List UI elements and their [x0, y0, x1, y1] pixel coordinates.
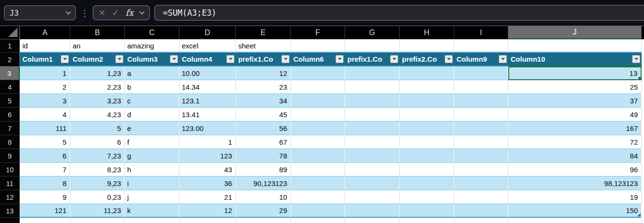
cell-B2[interactable]: Column2 — [70, 53, 125, 66]
cell-F9[interactable] — [291, 149, 345, 163]
row-header-14[interactable]: 14 — [0, 218, 20, 223]
cell-G14[interactable] — [345, 218, 400, 223]
cell-I2[interactable]: Column9 — [454, 53, 508, 66]
cell-G7[interactable] — [345, 121, 400, 135]
cell-I6[interactable] — [454, 108, 508, 121]
cell-A9[interactable]: 6 — [20, 149, 70, 163]
cell-C9[interactable]: g — [125, 149, 179, 163]
cell-H8[interactable] — [400, 135, 454, 149]
cell-D14[interactable] — [179, 218, 236, 223]
row-header-3[interactable]: 3 — [0, 66, 20, 80]
cell-F2[interactable]: Column6 — [291, 53, 345, 66]
cell-I4[interactable] — [454, 80, 508, 94]
cell-J1[interactable] — [508, 39, 642, 53]
cell-E3[interactable]: 12 — [236, 66, 291, 80]
cell-D7[interactable]: 123.00 — [179, 121, 236, 135]
cell-F5[interactable] — [291, 94, 345, 108]
cell-D11[interactable]: 36 — [179, 177, 236, 190]
cancel-icon[interactable]: ✕ — [99, 9, 105, 17]
cell-G3[interactable] — [345, 66, 400, 80]
filter-button-4[interactable] — [226, 55, 234, 63]
column-header-C[interactable]: C — [125, 26, 179, 39]
cell-H2[interactable]: prefix2.Co — [400, 53, 454, 66]
cell-A8[interactable]: 5 — [20, 135, 70, 149]
cell-C1[interactable]: amazing — [125, 39, 179, 53]
cell-H10[interactable] — [400, 163, 454, 177]
cell-D3[interactable]: 10.00 — [179, 66, 236, 80]
row-header-12[interactable]: 12 — [0, 190, 20, 204]
cell-F11[interactable] — [291, 177, 345, 190]
select-all-corner[interactable] — [0, 26, 20, 39]
cell-A5[interactable]: 3 — [20, 94, 70, 108]
cell-G1[interactable] — [345, 39, 400, 53]
cell-J2[interactable]: Column10 — [508, 53, 642, 66]
cell-J5[interactable]: 37 — [508, 94, 642, 108]
cell-E4[interactable]: 23 — [236, 80, 291, 94]
cell-A1[interactable]: id — [20, 39, 70, 53]
cell-H14[interactable] — [400, 218, 454, 223]
cell-G8[interactable] — [345, 135, 400, 149]
filter-button-10[interactable] — [632, 55, 640, 63]
cell-G13[interactable] — [345, 204, 400, 218]
cell-B1[interactable]: an — [70, 39, 125, 53]
cell-C7[interactable]: e — [125, 121, 179, 135]
cell-D5[interactable]: 123.1 — [179, 94, 236, 108]
cell-A2[interactable]: Column1 — [20, 53, 70, 66]
cell-D2[interactable]: Column4 — [179, 53, 236, 66]
cell-H1[interactable] — [400, 39, 454, 53]
cell-E1[interactable]: sheet — [236, 39, 291, 53]
cell-B5[interactable]: 3,23 — [70, 94, 125, 108]
cell-B7[interactable]: 5 — [70, 121, 125, 135]
cell-J14[interactable] — [508, 218, 642, 223]
cell-C12[interactable]: j — [125, 190, 179, 204]
cell-G9[interactable] — [345, 149, 400, 163]
cell-J8[interactable]: 72 — [508, 135, 642, 149]
column-header-A[interactable]: A — [20, 26, 70, 39]
column-header-F[interactable]: F — [291, 26, 345, 39]
cell-H6[interactable] — [400, 108, 454, 121]
cell-D12[interactable]: 21 — [179, 190, 236, 204]
chevron-down-icon[interactable] — [65, 9, 71, 14]
cell-C2[interactable]: Column3 — [125, 53, 179, 66]
cell-J9[interactable]: 84 — [508, 149, 642, 163]
filter-button-9[interactable] — [499, 55, 507, 63]
row-header-2[interactable]: 2 — [0, 53, 20, 66]
cell-D6[interactable]: 13.41 — [179, 108, 236, 121]
cell-C4[interactable]: b — [125, 80, 179, 94]
cell-H13[interactable] — [400, 204, 454, 218]
cell-I3[interactable] — [454, 66, 508, 80]
cell-C13[interactable]: k — [125, 204, 179, 218]
column-header-G[interactable]: G — [345, 26, 400, 39]
cell-J12[interactable]: 19 — [508, 190, 642, 204]
cell-E5[interactable]: 34 — [236, 94, 291, 108]
filter-button-5[interactable] — [281, 55, 289, 63]
cell-C6[interactable]: d — [125, 108, 179, 121]
filter-button-2[interactable] — [115, 55, 123, 63]
cell-B9[interactable]: 7,23 — [70, 149, 125, 163]
filter-button-1[interactable] — [61, 55, 69, 63]
filter-button-3[interactable] — [170, 55, 178, 63]
cell-A12[interactable]: 9 — [20, 190, 70, 204]
cell-J13[interactable]: 150 — [508, 204, 642, 218]
row-header-4[interactable]: 4 — [0, 80, 20, 94]
cell-E6[interactable]: 45 — [236, 108, 291, 121]
cell-D4[interactable]: 14.34 — [179, 80, 236, 94]
cell-A13[interactable]: 121 — [20, 204, 70, 218]
cell-B11[interactable]: 9,23 — [70, 177, 125, 190]
row-header-1[interactable]: 1 — [0, 39, 20, 53]
cell-I12[interactable] — [454, 190, 508, 204]
cell-F3[interactable] — [291, 66, 345, 80]
row-header-5[interactable]: 5 — [0, 94, 20, 108]
cell-C5[interactable]: c — [125, 94, 179, 108]
cell-I10[interactable] — [454, 163, 508, 177]
cell-I13[interactable] — [454, 204, 508, 218]
cell-C11[interactable]: i — [125, 177, 179, 190]
cell-F13[interactable] — [291, 204, 345, 218]
cell-G10[interactable] — [345, 163, 400, 177]
cell-B14[interactable] — [70, 218, 125, 223]
cell-E9[interactable]: 78 — [236, 149, 291, 163]
cell-A6[interactable]: 4 — [20, 108, 70, 121]
cell-G6[interactable] — [345, 108, 400, 121]
row-header-6[interactable]: 6 — [0, 108, 20, 121]
name-box[interactable]: J3 — [4, 5, 76, 20]
